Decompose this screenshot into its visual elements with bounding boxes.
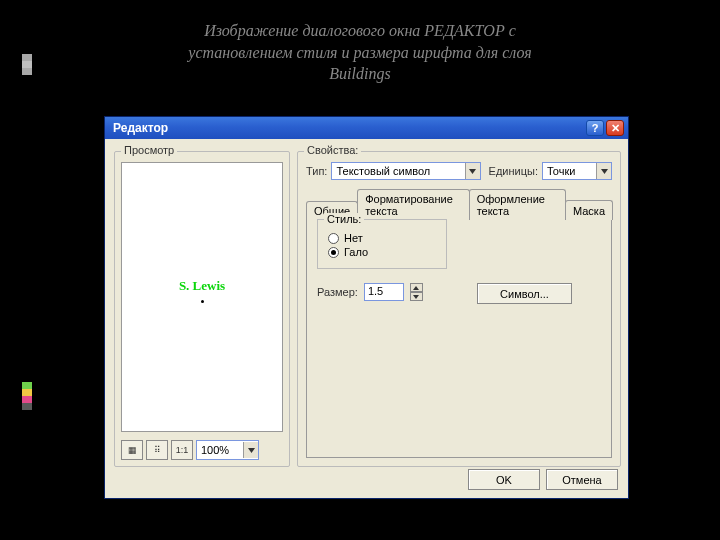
preview-toolstrip: ▦ ⠿ 1:1 100% bbox=[121, 440, 259, 460]
properties-group: Свойства: Тип: Текстовый символ Единицы:… bbox=[297, 151, 621, 467]
size-spinner[interactable] bbox=[410, 283, 423, 301]
chevron-down-icon bbox=[465, 163, 480, 179]
radio-halo[interactable]: Гало bbox=[328, 246, 436, 258]
radio-none-label: Нет bbox=[344, 232, 363, 244]
close-icon: ✕ bbox=[611, 122, 620, 135]
one-to-one-icon: 1:1 bbox=[176, 445, 189, 455]
help-icon: ? bbox=[592, 122, 599, 134]
slide-accent-bottom bbox=[22, 382, 32, 410]
spin-up-icon bbox=[410, 283, 423, 292]
chevron-down-icon bbox=[596, 163, 611, 179]
zoom-value: 100% bbox=[197, 444, 243, 456]
zoom-combo[interactable]: 100% bbox=[196, 440, 259, 460]
tab-mask-body: Стиль: Нет Гало Размер: 1.5 bbox=[306, 207, 612, 458]
preview-sample-text: S. Lewis bbox=[179, 278, 225, 294]
editor-dialog: Редактор ? ✕ Просмотр S. Lewis ▦ ⠿ 1:1 1… bbox=[104, 116, 629, 499]
symbol-button[interactable]: Символ... bbox=[477, 283, 572, 304]
units-combo[interactable]: Точки bbox=[542, 162, 612, 180]
zoom-extent-button[interactable]: ⠿ bbox=[146, 440, 168, 460]
grid4-icon: ▦ bbox=[128, 445, 137, 455]
ok-button[interactable]: OK bbox=[468, 469, 540, 490]
caption-line: установлением стиля и размера шрифта для… bbox=[0, 42, 720, 64]
tab-mask[interactable]: Маска bbox=[565, 200, 613, 220]
dialog-buttons: OK Отмена bbox=[468, 469, 618, 490]
preview-group: Просмотр S. Lewis ▦ ⠿ 1:1 100% bbox=[114, 151, 290, 467]
preview-legend: Просмотр bbox=[121, 144, 177, 156]
preview-sample-dot bbox=[201, 300, 204, 303]
units-value: Точки bbox=[543, 165, 596, 177]
cancel-button[interactable]: Отмена bbox=[546, 469, 618, 490]
caption-line: Buildings bbox=[0, 63, 720, 85]
chevron-down-icon bbox=[243, 442, 258, 458]
grid2-icon: ⠿ bbox=[154, 445, 161, 455]
style-legend: Стиль: bbox=[324, 213, 364, 225]
style-group: Стиль: Нет Гало bbox=[317, 219, 447, 269]
radio-icon bbox=[328, 247, 339, 258]
dialog-title: Редактор bbox=[113, 121, 168, 135]
spin-down-icon bbox=[410, 292, 423, 301]
titlebar[interactable]: Редактор ? ✕ bbox=[105, 117, 628, 139]
zoom-fit-button[interactable]: ▦ bbox=[121, 440, 143, 460]
preview-canvas: S. Lewis bbox=[121, 162, 283, 432]
units-label: Единицы: bbox=[489, 165, 538, 177]
properties-legend: Свойства: bbox=[304, 144, 361, 156]
radio-none[interactable]: Нет bbox=[328, 232, 436, 244]
type-combo[interactable]: Текстовый символ bbox=[331, 162, 480, 180]
caption-line: Изображение диалогового окна РЕДАКТОР с bbox=[0, 20, 720, 42]
size-label: Размер: bbox=[317, 286, 358, 298]
type-value: Текстовый символ bbox=[332, 165, 464, 177]
type-label: Тип: bbox=[306, 165, 327, 177]
radio-icon bbox=[328, 233, 339, 244]
slide-caption: Изображение диалогового окна РЕДАКТОР с … bbox=[0, 20, 720, 85]
radio-halo-label: Гало bbox=[344, 246, 368, 258]
zoom-1to1-button[interactable]: 1:1 bbox=[171, 440, 193, 460]
size-input[interactable]: 1.5 bbox=[364, 283, 404, 301]
close-button[interactable]: ✕ bbox=[606, 120, 624, 136]
help-button[interactable]: ? bbox=[586, 120, 604, 136]
